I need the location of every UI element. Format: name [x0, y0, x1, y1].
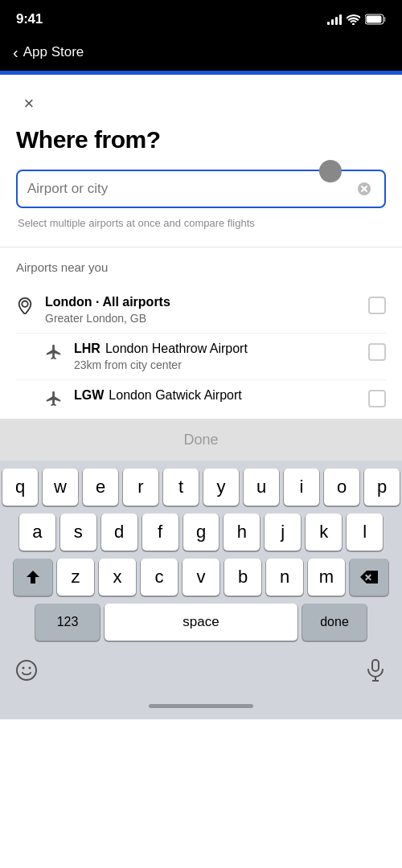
svg-rect-1: [384, 17, 386, 22]
key-w[interactable]: w: [43, 469, 78, 506]
key-done-label: done: [320, 615, 349, 629]
search-container: [16, 170, 386, 208]
keyboard-row-3: z x c v b n m: [3, 559, 399, 596]
airports-section: Airports near you London · All airports …: [0, 248, 402, 419]
key-n[interactable]: n: [266, 559, 303, 596]
airport-checkbox-london-all[interactable]: [368, 297, 386, 314]
key-u[interactable]: u: [244, 469, 279, 506]
airport-checkbox-lhr[interactable]: [368, 343, 386, 361]
key-d[interactable]: d: [101, 514, 137, 551]
key-space[interactable]: space: [105, 604, 297, 641]
close-button[interactable]: ×: [16, 91, 42, 117]
key-mic[interactable]: [355, 652, 396, 689]
key-j[interactable]: j: [265, 514, 301, 551]
svg-point-6: [22, 301, 27, 307]
key-f[interactable]: f: [142, 514, 178, 551]
status-icons: [327, 14, 386, 25]
airport-code-lgw: LGW: [74, 388, 104, 403]
hint-text: Select multiple airports at once and com…: [16, 216, 386, 231]
key-z[interactable]: z: [57, 559, 94, 596]
cursor-dot: [319, 160, 342, 182]
key-space-label: space: [183, 614, 219, 630]
key-a[interactable]: a: [19, 514, 55, 551]
svg-point-9: [29, 667, 31, 669]
emoji-icon: [15, 659, 38, 682]
airport-name-row-lhr: LHR London Heathrow Airport: [74, 342, 359, 356]
airport-full-name-lhr: London Heathrow Airport: [105, 342, 248, 356]
plane-icon-lgw: [45, 390, 63, 411]
svg-point-7: [17, 661, 36, 680]
svg-rect-10: [372, 660, 379, 671]
battery-icon: [365, 14, 386, 25]
mic-icon: [365, 659, 386, 682]
svg-rect-2: [367, 16, 382, 23]
airport-subtitle-lhr: 23km from city center: [74, 358, 359, 371]
airport-name-london-all: London · All airports: [45, 295, 359, 309]
back-button[interactable]: ‹ App Store: [13, 44, 84, 60]
status-time: 9:41: [16, 11, 43, 27]
key-s[interactable]: s: [60, 514, 96, 551]
airport-subtitle-london-all: Greater London, GB: [45, 312, 359, 325]
svg-point-8: [23, 667, 25, 669]
key-c[interactable]: c: [141, 559, 178, 596]
airport-item-lgw[interactable]: LGW London Gatwick Airport: [16, 380, 386, 419]
airport-full-name-lgw: London Gatwick Airport: [109, 388, 241, 403]
search-input[interactable]: [27, 181, 354, 197]
key-emoji[interactable]: [6, 652, 47, 689]
modal-title: Where from?: [16, 126, 386, 154]
airports-section-title: Airports near you: [16, 260, 386, 274]
nav-bar: ‹ App Store: [0, 35, 402, 71]
airport-name-row-lgw: LGW London Gatwick Airport: [74, 388, 359, 403]
key-x[interactable]: x: [99, 559, 136, 596]
plane-icon-lhr: [45, 343, 63, 364]
search-clear-button[interactable]: [354, 178, 375, 199]
key-p[interactable]: p: [364, 469, 400, 506]
key-delete[interactable]: [350, 559, 388, 596]
airport-info-london-all: London · All airports Greater London, GB: [45, 295, 359, 325]
key-t[interactable]: t: [163, 469, 199, 506]
key-k[interactable]: k: [306, 514, 342, 551]
key-g[interactable]: g: [183, 514, 219, 551]
home-indicator: [0, 692, 402, 719]
keyboard-row-1: q w e r t y u i o p: [3, 469, 399, 506]
done-button[interactable]: Done: [0, 419, 402, 461]
key-h[interactable]: h: [224, 514, 260, 551]
key-r[interactable]: r: [123, 469, 158, 506]
key-done[interactable]: done: [302, 604, 367, 641]
key-y[interactable]: y: [203, 469, 239, 506]
key-123[interactable]: 123: [35, 604, 100, 641]
status-bar: 9:41: [0, 0, 402, 35]
signal-icon: [327, 14, 342, 25]
location-icon: [16, 297, 34, 317]
key-shift[interactable]: [14, 559, 52, 596]
keyboard: q w e r t y u i o p a s d f g h j k l z …: [0, 461, 402, 692]
key-q[interactable]: q: [2, 469, 38, 506]
clear-icon: [357, 182, 371, 196]
keyboard-row-2: a s d f g h j k l: [3, 514, 399, 551]
key-v[interactable]: v: [183, 559, 219, 596]
key-123-label: 123: [57, 615, 79, 629]
key-l[interactable]: l: [347, 514, 383, 551]
back-chevron-icon: ‹: [13, 44, 18, 60]
modal-content: × Where from? Select multiple airports a…: [0, 75, 402, 248]
airport-item-london-all[interactable]: London · All airports Greater London, GB: [16, 287, 386, 334]
key-m[interactable]: m: [308, 559, 345, 596]
key-b[interactable]: b: [224, 559, 261, 596]
airport-checkbox-lgw[interactable]: [368, 390, 386, 407]
wifi-icon: [347, 14, 360, 25]
airport-item-lhr[interactable]: LHR London Heathrow Airport 23km from ci…: [16, 334, 386, 380]
keyboard-row-4: 123 space done: [3, 604, 399, 641]
key-e[interactable]: e: [83, 469, 118, 506]
close-icon: ×: [24, 95, 35, 113]
home-bar: [149, 704, 253, 708]
airport-code-lhr: LHR: [74, 342, 100, 356]
airport-info-lgw: LGW London Gatwick Airport: [74, 388, 359, 403]
key-i[interactable]: i: [284, 469, 319, 506]
keyboard-bottom-row: [3, 649, 399, 689]
airport-info-lhr: LHR London Heathrow Airport 23km from ci…: [74, 342, 359, 371]
key-o[interactable]: o: [324, 469, 359, 506]
done-button-wrapper: Done: [0, 419, 402, 461]
back-label: App Store: [23, 44, 84, 60]
